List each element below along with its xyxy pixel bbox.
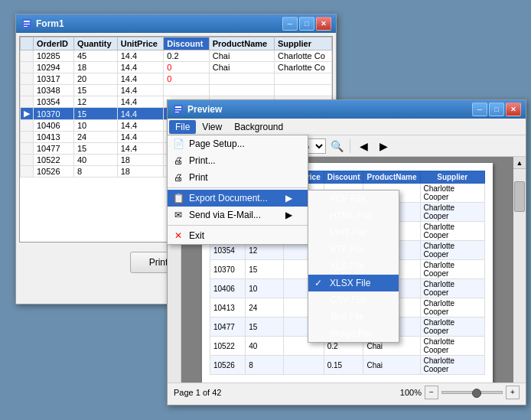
- preview-menubar: File View Background: [168, 119, 526, 135]
- col-quantity: Quantity: [73, 37, 117, 50]
- preview-cell-supplier: Charlotte Cooper: [420, 317, 485, 337]
- preview-cell-qty: 10: [246, 279, 284, 298]
- statusbar-zoom-in-btn[interactable]: +: [506, 386, 520, 399]
- cell-orderid: 10370: [34, 108, 74, 120]
- export-pdf[interactable]: PDF File: [308, 190, 399, 207]
- export-image[interactable]: Image File: [308, 325, 399, 342]
- col-supplier: Supplier: [275, 37, 332, 50]
- exit-icon: ✕: [172, 230, 184, 242]
- export-html[interactable]: HTML File: [308, 207, 399, 224]
- menu-export-document[interactable]: 📋 Export Document... ▶ PDF File HTML Fil…: [168, 190, 308, 207]
- toolbar-next-page-btn[interactable]: ▶: [374, 138, 393, 155]
- zoom-control: 100% − +: [400, 386, 520, 399]
- scrollbar-thumb[interactable]: [514, 181, 525, 212]
- cell-discount: [164, 85, 209, 96]
- row-indicator: [21, 143, 34, 155]
- form1-maximize-btn[interactable]: □: [299, 17, 314, 31]
- preview-table-row: 10526 8 0.15 Chai Charlotte Cooper: [210, 356, 485, 375]
- menu-page-setup[interactable]: 📄 Page Setup...: [168, 135, 308, 152]
- form1-close-btn[interactable]: ✕: [316, 17, 331, 31]
- export-label: Export Document...: [189, 193, 268, 203]
- preview-cell-qty: 8: [246, 356, 284, 375]
- col-productname: ProductName: [209, 37, 274, 50]
- zoom-slider[interactable]: [441, 391, 503, 394]
- form1-minimize-btn[interactable]: ─: [282, 17, 298, 31]
- preview-cell-orderid: 10370: [210, 260, 246, 279]
- cell-discount: 0.2: [164, 50, 209, 62]
- svg-rect-5: [175, 106, 181, 108]
- preview-cell-supplier: Charlotte Cooper: [420, 184, 485, 203]
- menu-send-email[interactable]: ✉ Send via E-Mail... ▶: [168, 207, 308, 223]
- preview-controls: ─ □ ✕: [472, 103, 521, 116]
- preview-col-supplier: Supplier: [420, 171, 485, 184]
- row-indicator: [21, 166, 34, 177]
- page-info: Page 1 of 42: [174, 388, 221, 397]
- preview-minimize-btn[interactable]: ─: [472, 103, 487, 116]
- menu-exit[interactable]: ✕ Exit: [168, 227, 308, 244]
- menu-print[interactable]: 🖨 Print: [168, 169, 308, 186]
- menu-view[interactable]: View: [196, 120, 228, 134]
- cell-qty: 24: [73, 132, 117, 143]
- preview-cell-product: Chai: [363, 356, 420, 375]
- export-rtf[interactable]: RTF File: [308, 241, 399, 258]
- cell-orderid: 10526: [34, 166, 74, 177]
- preview-title: Preview: [187, 104, 222, 115]
- preview-cell-qty: 15: [246, 317, 284, 337]
- preview-cell-orderid: 10522: [210, 337, 246, 356]
- preview-cell-supplier: Charlotte Cooper: [420, 337, 485, 356]
- cell-price: 14.4: [117, 85, 164, 96]
- cell-supplier: Charlotte Co: [275, 50, 332, 62]
- cell-price: 18: [117, 155, 164, 166]
- menu-print-dialog[interactable]: 🖨 Print...: [168, 152, 308, 169]
- table-row[interactable]: 10348 15 14.4: [21, 85, 332, 96]
- row-indicator: [21, 73, 34, 85]
- preview-maximize-btn[interactable]: □: [489, 103, 504, 116]
- cell-qty: 8: [73, 166, 117, 177]
- export-xls[interactable]: XLS File: [308, 258, 399, 275]
- preview-cell-orderid: 10413: [210, 298, 246, 317]
- mht-label: MHT File: [330, 227, 366, 238]
- toolbar-zoom-custom-btn[interactable]: 🔍: [327, 138, 346, 155]
- toolbar-prev-page-btn[interactable]: ◀: [354, 138, 373, 155]
- export-mht[interactable]: MHT File: [308, 224, 399, 241]
- xlsx-check: ✓: [314, 278, 322, 288]
- text-label: Text File: [330, 311, 364, 322]
- preview-cell-orderid: 10406: [210, 279, 246, 298]
- row-indicator: [21, 62, 34, 73]
- preview-cell-supplier: Charlotte Cooper: [420, 203, 485, 222]
- cell-qty: 18: [73, 62, 117, 73]
- export-text[interactable]: Text File: [308, 308, 399, 325]
- table-row[interactable]: 10317 20 14.4 0: [21, 73, 332, 85]
- image-label: Image File: [330, 328, 373, 339]
- print-label: Print: [189, 172, 208, 183]
- email-label: Send via E-Mail...: [189, 210, 261, 220]
- export-xlsx[interactable]: ✓ XLSX File: [308, 275, 399, 291]
- cell-price: 14.4: [117, 120, 164, 132]
- scrollbar-up-btn[interactable]: ▲: [513, 157, 526, 169]
- col-orderid: OrderID: [34, 37, 74, 50]
- xls-label: XLS File: [330, 261, 364, 272]
- preview-cell-supplier: Charlotte Cooper: [420, 298, 485, 317]
- statusbar-zoom-out-btn[interactable]: −: [425, 386, 438, 399]
- exit-label: Exit: [189, 230, 204, 241]
- preview-cell-qty: 15: [246, 260, 284, 279]
- table-row[interactable]: 10294 18 14.4 0 Chai Charlotte Co: [21, 62, 332, 73]
- cell-qty: 15: [73, 108, 117, 120]
- cell-qty: 45: [73, 50, 117, 62]
- cell-qty: 12: [73, 96, 117, 108]
- preview-statusbar: Page 1 of 42 100% − +: [168, 383, 526, 401]
- preview-close-btn[interactable]: ✕: [506, 103, 521, 116]
- cell-orderid: 10317: [34, 73, 74, 85]
- file-dropdown-menu: 📄 Page Setup... 🖨 Print... 🖨 Print 📋 Exp…: [167, 135, 308, 245]
- preview-right-scrollbar[interactable]: ▲: [513, 157, 526, 383]
- cell-price: 14.4: [117, 73, 164, 85]
- menu-file[interactable]: File: [169, 120, 196, 134]
- cell-qty: 15: [73, 85, 117, 96]
- cell-price: 14.4: [117, 62, 164, 73]
- cell-orderid: 10294: [34, 62, 74, 73]
- table-row[interactable]: 10285 45 14.4 0.2 Chai Charlotte Co: [21, 50, 332, 62]
- col-indicator: [21, 37, 34, 50]
- zoom-slider-thumb[interactable]: [472, 389, 481, 398]
- export-csv[interactable]: CSV File: [308, 291, 399, 308]
- menu-background[interactable]: Background: [228, 120, 289, 134]
